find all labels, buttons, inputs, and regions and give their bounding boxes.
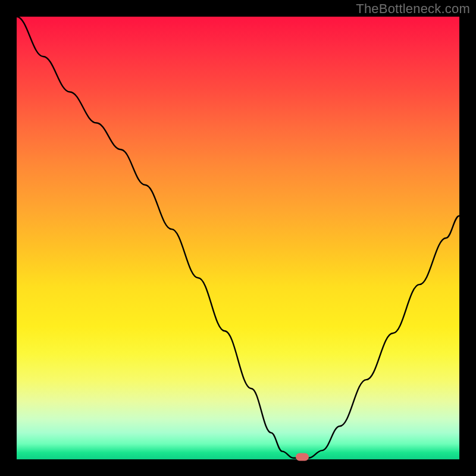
line-chart-svg — [17, 17, 459, 459]
plot-area — [17, 17, 459, 459]
curve-path — [17, 17, 459, 458]
minimum-marker — [296, 453, 309, 461]
chart-frame: TheBottleneck.com — [0, 0, 476, 476]
watermark-label: TheBottleneck.com — [356, 1, 470, 17]
